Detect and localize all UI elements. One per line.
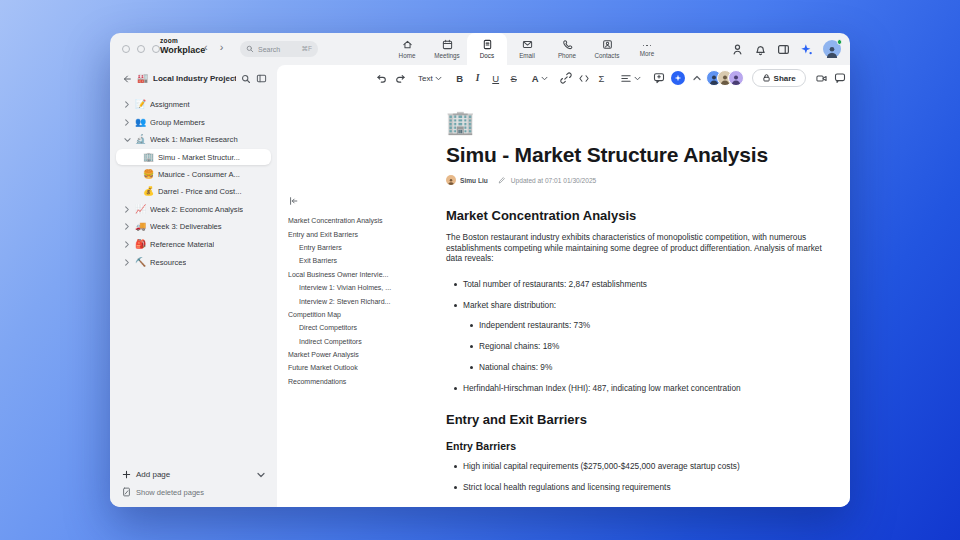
- sidebar-item-label: Week 2: Economic Analysis: [150, 205, 243, 214]
- tab-label: Contacts: [595, 52, 620, 59]
- collapse-sidebar-icon[interactable]: [256, 73, 267, 84]
- forward-arrow-icon[interactable]: ›: [220, 41, 224, 53]
- office-building-emoji-icon: 🏢: [143, 153, 154, 162]
- outline-item[interactable]: Future Market Outlook: [288, 361, 420, 374]
- outline-item[interactable]: Interview 1: Vivian Holmes, ...: [288, 281, 420, 294]
- text-style-dropdown[interactable]: Text: [415, 69, 445, 87]
- tab-phone[interactable]: Phone: [547, 33, 587, 65]
- notifications-bell-icon[interactable]: [754, 43, 767, 56]
- history-nav: ‹ ›: [204, 41, 223, 53]
- document-title[interactable]: Simu - Market Structure Analysis: [446, 143, 828, 167]
- sidebar-item-label: Group Members: [150, 118, 205, 127]
- bullet-text: Regional chains: 18%: [479, 342, 559, 352]
- sidebar-item-label: Reference Material: [150, 240, 214, 249]
- zoom-workplace-logo: zoom Workplace: [160, 38, 205, 55]
- bullet-text: High initial capital requirements ($275,…: [463, 462, 740, 472]
- show-deleted-pages-label: Show deleted pages: [136, 488, 204, 497]
- sidebar-item-week3[interactable]: 🚚 Week 3: Deliverables: [110, 218, 277, 236]
- bullet-text: National chains: 9%: [479, 363, 552, 373]
- redo-button[interactable]: [391, 69, 409, 87]
- undo-button[interactable]: [373, 69, 391, 87]
- outline-item[interactable]: Market Power Analysis: [288, 348, 420, 361]
- bullet-item: Herfindahl-Hirschman Index (HHI): 487, i…: [446, 384, 828, 394]
- brand-zoom: zoom: [160, 38, 205, 45]
- chevron-right-icon: [124, 259, 130, 266]
- bullet-text: Independent restaurants: 73%: [479, 321, 590, 331]
- bullet-text: Total number of restaurants: 2,847 estab…: [463, 280, 647, 290]
- tab-home[interactable]: Home: [387, 33, 427, 65]
- section-heading: Market Concentration Analysis: [446, 208, 828, 223]
- profile-icon[interactable]: [731, 43, 744, 56]
- sidebar-item-week1[interactable]: 🔬 Week 1: Market Research: [110, 131, 277, 149]
- bullet-list: High initial capital requirements ($275,…: [446, 462, 828, 492]
- outline-item[interactable]: Recommendations: [288, 375, 420, 388]
- outline-item[interactable]: Competition Map: [288, 308, 420, 321]
- close-window-button[interactable]: [122, 45, 130, 53]
- bullet-item: Market share distribution:: [446, 301, 828, 311]
- undo-icon: [376, 73, 388, 84]
- sidebar-item-reference-material[interactable]: 🎒 Reference Material: [110, 236, 277, 254]
- avatar-person-icon: [447, 178, 455, 185]
- backpack-emoji-icon: 🎒: [135, 240, 146, 249]
- sidebar-search-icon[interactable]: [241, 74, 251, 84]
- outline-item[interactable]: Direct Competitors: [288, 321, 420, 334]
- updated-timestamp: Updated at 07:01 01/30/2025: [511, 177, 596, 184]
- show-deleted-pages-button[interactable]: Show deleted pages: [110, 483, 277, 501]
- tab-docs[interactable]: Docs: [467, 33, 507, 65]
- minimize-window-button[interactable]: [137, 45, 145, 53]
- side-panel-icon[interactable]: [777, 43, 790, 56]
- author-name: Simu Liu: [460, 177, 488, 184]
- calendar-icon: [442, 39, 453, 50]
- chevron-down-icon[interactable]: [257, 472, 265, 478]
- sidebar-item-week2[interactable]: 📈 Week 2: Economic Analysis: [110, 200, 277, 218]
- add-page-button[interactable]: Add page: [110, 466, 277, 483]
- outline-item[interactable]: Market Concentration Analysis: [288, 214, 420, 227]
- chevron-right-icon: [124, 101, 130, 108]
- user-avatar[interactable]: [823, 40, 841, 58]
- outline-item[interactable]: Exit Barriers: [288, 254, 420, 267]
- collapse-outline-icon[interactable]: [288, 196, 299, 206]
- outline-item[interactable]: Entry and Exit Barriers: [288, 227, 420, 240]
- tab-label: More: [640, 50, 654, 57]
- brand-workplace: Workplace: [160, 46, 205, 55]
- outline-item[interactable]: Indirect Competitors: [288, 335, 420, 348]
- global-search-input[interactable]: Search ⌘F: [240, 41, 318, 57]
- tab-meetings[interactable]: Meetings: [427, 33, 467, 65]
- back-arrow-icon[interactable]: [122, 74, 132, 84]
- tab-email[interactable]: Email: [507, 33, 547, 65]
- tab-label: Phone: [558, 52, 576, 59]
- sidebar-item-group-members[interactable]: 👥 Group Members: [110, 114, 277, 132]
- tab-contacts[interactable]: Contacts: [587, 33, 627, 65]
- open-chat-button[interactable]: [831, 69, 849, 87]
- outline-item[interactable]: Interview 2: Steven Richard...: [288, 294, 420, 307]
- ai-companion-sparkle-icon[interactable]: [800, 43, 813, 56]
- outline-item[interactable]: Entry Barriers: [288, 241, 420, 254]
- pickaxe-emoji-icon: ⛏️: [135, 258, 146, 267]
- document-content[interactable]: 🏢 Simu - Market Structure Analysis Simu …: [446, 65, 828, 504]
- chevron-right-icon: [124, 223, 130, 230]
- truck-emoji-icon: 🚚: [135, 222, 146, 231]
- sidebar-item-simu-doc[interactable]: 🏢 Simu - Market Structur...: [116, 149, 271, 166]
- sidebar-item-label: Resources: [150, 258, 186, 267]
- bullet-item: Strict local health regulations and lice…: [446, 483, 828, 493]
- language-button[interactable]: [849, 69, 850, 87]
- text-style-label: Text: [418, 74, 433, 83]
- sidebar-item-darrel-doc[interactable]: 💰 Darrel - Price and Cost...: [110, 183, 277, 201]
- sidebar-item-resources[interactable]: ⛏️ Resources: [110, 253, 277, 271]
- sidebar-item-label: Maurice - Consumer A...: [158, 170, 240, 179]
- contacts-icon: [602, 39, 613, 50]
- tab-more[interactable]: More: [627, 33, 667, 65]
- outline-item[interactable]: Local Business Owner Intervie...: [288, 268, 420, 281]
- email-icon: [522, 39, 533, 50]
- chevron-right-icon: [124, 119, 130, 126]
- document-emoji-icon: 🏢: [446, 111, 828, 134]
- tab-label: Home: [399, 52, 416, 59]
- chevron-down-icon: [435, 76, 442, 81]
- maximize-window-button[interactable]: [152, 45, 160, 53]
- chevron-right-icon: [124, 241, 130, 248]
- back-arrow-icon[interactable]: ‹: [204, 41, 208, 53]
- sidebar-item-maurice-doc[interactable]: 🍔 Maurice - Consumer A...: [110, 165, 277, 183]
- sidebar-item-assignment[interactable]: 📝 Assignment: [110, 96, 277, 114]
- search-icon: [246, 45, 254, 53]
- subsection-heading: Entry Barriers: [446, 440, 828, 452]
